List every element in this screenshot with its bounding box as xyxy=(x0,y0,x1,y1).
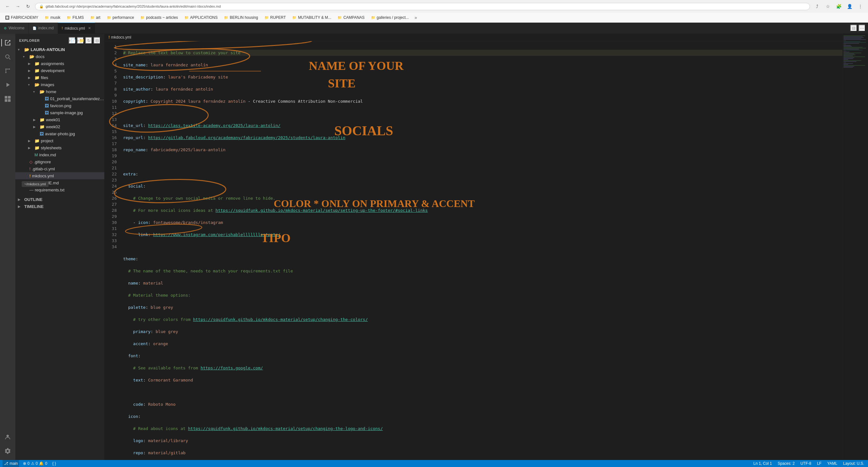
tree-requirements[interactable]: ▶ — requirements.txt xyxy=(15,186,104,193)
error-icon: ⊗ xyxy=(23,461,26,466)
refresh-button[interactable]: ↻ xyxy=(85,37,92,44)
avatar-photo-icon: 🖼 xyxy=(39,131,44,136)
week01-folder-icon: 📁 xyxy=(39,117,45,122)
tree-development[interactable]: ▶ 📁 development xyxy=(15,67,104,74)
bookmark-berlin[interactable]: 📁 BERLIN housing xyxy=(221,14,260,21)
tree-mkdocs-yml[interactable]: ▶ ! mkdocs.yml ~/mkdocs.yml xyxy=(15,172,104,179)
address-bar[interactable]: 🔒 gitlab.fabcloud.org/-/ide/project/acad… xyxy=(35,3,810,10)
bookmark-performance[interactable]: 📁 performance xyxy=(104,14,136,21)
reload-button[interactable]: ↻ xyxy=(24,2,33,11)
timeline-label: TIMELINE xyxy=(24,204,104,209)
tree-files[interactable]: ▶ 📁 files xyxy=(15,74,104,81)
tree-gitlab-ci[interactable]: ▶ ! .gitlab-ci.yml xyxy=(15,165,104,172)
tab-mkdocs-icon: ! xyxy=(62,27,63,30)
activity-search[interactable] xyxy=(1,51,14,63)
bookmark-rupert-label: RUPERT xyxy=(270,15,286,20)
tree-index-md[interactable]: ▶ M index.md xyxy=(15,151,104,158)
bookmark-star-button[interactable]: ☆ xyxy=(823,2,832,11)
bookmark-art[interactable]: 📁 art xyxy=(88,14,103,21)
status-layout[interactable]: Layout: U.S. xyxy=(842,460,865,467)
split-editor-button[interactable]: ⊟ xyxy=(850,25,857,32)
home-label: home xyxy=(46,89,104,94)
bookmark-applications[interactable]: 📁 APPLICATIONS xyxy=(182,14,220,21)
profile-button[interactable]: 👤 xyxy=(845,2,854,11)
folder-icon: 📁 xyxy=(45,15,49,20)
folder-icon-8: 📁 xyxy=(265,15,269,20)
back-button[interactable]: ← xyxy=(3,2,12,11)
status-line-ending[interactable]: LF xyxy=(816,460,823,467)
arrow-sample: ▶ xyxy=(38,111,43,115)
tree-home[interactable]: ▾ 📂 home xyxy=(15,88,104,95)
status-language[interactable]: YAML xyxy=(826,460,839,467)
more-button[interactable]: ⋮ xyxy=(856,2,865,11)
tree-root-folder[interactable]: ▾ 📂 LAURA-ANTOLIN xyxy=(15,46,104,53)
tree-project[interactable]: ▶ 📁 project xyxy=(15,137,104,144)
new-folder-button[interactable]: +📁 xyxy=(77,37,84,44)
extensions-button[interactable]: 🧩 xyxy=(834,2,843,11)
tab-welcome[interactable]: ⚙ Welcome xyxy=(0,23,29,34)
code-line-28: text: Cormorant Garamond xyxy=(123,377,842,383)
status-format[interactable]: { } xyxy=(51,460,57,467)
activity-account[interactable] xyxy=(1,431,14,443)
tree-stylesheets[interactable]: ▶ 📁 stylesheets xyxy=(15,144,104,151)
bookmark-rupert[interactable]: 📁 RUPERT xyxy=(262,14,288,21)
forward-button[interactable]: → xyxy=(13,2,22,11)
code-editor-container[interactable]: 12345 678910 1112131415 1617181920 21222… xyxy=(105,41,842,460)
folder-icon-9: 📁 xyxy=(292,15,297,20)
bookmark-fabricademy[interactable]: 🔲 FABRICADEMY xyxy=(3,14,41,21)
folder-icon-10: 📁 xyxy=(338,15,342,20)
status-encoding[interactable]: UTF-8 xyxy=(799,460,812,467)
status-errors[interactable]: ⊗ 0 ⚠ 0 🔔 0 xyxy=(22,460,49,467)
tab-close-mkdocs[interactable]: ✕ xyxy=(88,26,91,30)
new-file-button[interactable]: +📄 xyxy=(69,37,75,44)
tree-gitignore[interactable]: ▶ ◇ .gitignore xyxy=(15,158,104,165)
editor-tabs-bar: ⚙ Welcome 📄 index.md ! mkdocs.yml ✕ ⊟ ⋯ xyxy=(0,23,868,34)
code-line-2: site_name: laura fernández antolín xyxy=(123,62,842,68)
bookmark-galleries[interactable]: 📁 galleries / project... xyxy=(368,14,411,21)
status-ln-col[interactable]: Ln 1, Col 1 xyxy=(752,460,773,467)
activity-run[interactable] xyxy=(1,79,14,91)
assignments-label: assignments xyxy=(41,61,104,66)
activity-source-control[interactable] xyxy=(1,64,14,77)
tree-sample-image[interactable]: ▶ 🖼 sample-image.jpg xyxy=(15,109,104,116)
editor-main: ! mkdocs.yml 12345 678910 1112131415 161… xyxy=(105,34,842,460)
collapse-all-button[interactable]: ⊟ xyxy=(93,37,100,44)
activity-explorer[interactable] xyxy=(1,36,14,49)
bookmarks-bar: 🔲 FABRICADEMY 📁 musik 📁 FILMS 📁 art 📁 pe… xyxy=(0,13,868,23)
bookmark-musik[interactable]: 📁 musik xyxy=(42,14,63,21)
bookmark-films[interactable]: 📁 FILMS xyxy=(64,14,86,21)
folder-icon-3: 📁 xyxy=(90,15,95,20)
screenshot-button[interactable]: ⤴ xyxy=(812,2,822,11)
activity-extensions[interactable] xyxy=(1,93,14,105)
bookmark-podcasts[interactable]: 📁 podcasts ~ articles xyxy=(138,14,181,21)
arrow-portrait: ▶ xyxy=(38,97,43,100)
development-label: development xyxy=(41,68,104,73)
status-git-branch[interactable]: ⎇ main xyxy=(3,460,19,467)
tree-docs[interactable]: ▾ 📂 docs xyxy=(15,53,104,60)
bookmark-campanas[interactable]: 📁 CAMPANAS xyxy=(335,14,367,21)
outline-header[interactable]: ▶ OUTLINE xyxy=(15,196,104,203)
bookmark-mutability[interactable]: 📁 MUTABILITY & M... xyxy=(290,14,334,21)
tab-index-md[interactable]: 📄 index.md xyxy=(29,23,58,34)
more-tabs-button[interactable]: ⋯ xyxy=(859,25,865,32)
breadcrumb-filename: mkdocs.yml xyxy=(111,35,131,39)
activity-settings[interactable] xyxy=(1,445,14,458)
bookmarks-more-button[interactable]: » xyxy=(413,14,419,21)
line-numbers: 12345 678910 1112131415 1617181920 21222… xyxy=(105,41,121,460)
tab-mkdocs-yml[interactable]: ! mkdocs.yml ✕ xyxy=(58,23,95,34)
tree-avatar-photo[interactable]: ▶ 🖼 avatar-photo.jpg xyxy=(15,130,104,137)
tree-week02[interactable]: ▶ 📁 week02 xyxy=(15,123,104,130)
tree-portrait[interactable]: ▶ 🖼 01_portrait_laurafernandezantolin_ph… xyxy=(15,95,104,102)
code-content[interactable]: # Replace the text below to customize yo… xyxy=(121,41,842,460)
url-text: gitlab.fabcloud.org/-/ide/project/academ… xyxy=(45,4,221,8)
svg-rect-5 xyxy=(5,99,7,102)
tree-images[interactable]: ▾ 📂 images xyxy=(15,81,104,88)
tree-week01[interactable]: ▶ 📁 week01 xyxy=(15,116,104,123)
minimap-content xyxy=(843,34,868,69)
status-spaces[interactable]: Spaces: 2 xyxy=(776,460,796,467)
sidebar-header: EXPLORER +📄 +📁 ↻ ⊟ xyxy=(15,34,104,46)
timeline-header[interactable]: ▶ TIMELINE xyxy=(15,203,104,210)
tree-assignments[interactable]: ▶ 📁 assignments xyxy=(15,60,104,67)
code-line-5: copyright: Copyright 2024 laura fernánde… xyxy=(123,98,842,104)
tree-favicon[interactable]: ▶ 🖼 favicon.png xyxy=(15,102,104,109)
